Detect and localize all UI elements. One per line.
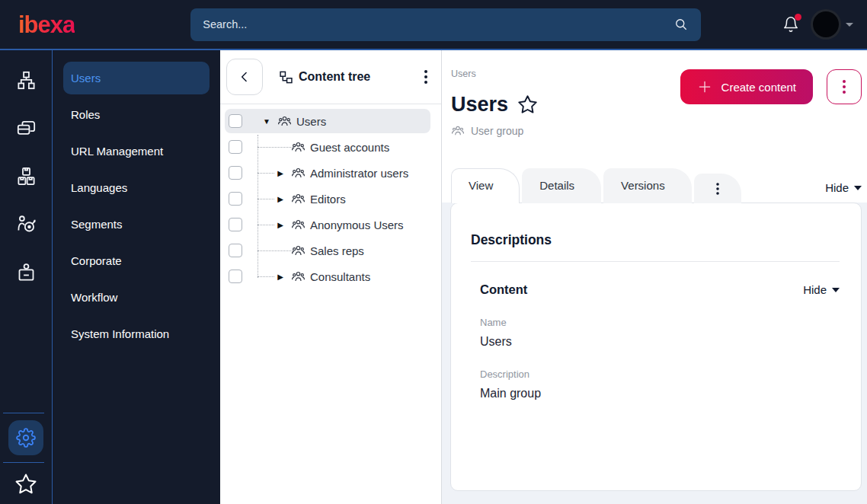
corporate-account-icon[interactable] bbox=[8, 254, 43, 289]
plus-icon bbox=[697, 79, 712, 94]
main-header: Users Users User group bbox=[442, 50, 867, 138]
hide-section-button[interactable]: Hide bbox=[803, 283, 840, 296]
field-list: Name Users Description Main group bbox=[471, 317, 840, 400]
tree-icon bbox=[280, 71, 293, 84]
tree-guide-line bbox=[258, 276, 274, 277]
bookmarks-star-icon[interactable] bbox=[11, 469, 41, 499]
user-menu-caret-icon[interactable] bbox=[846, 23, 853, 27]
main-content: Users Users User group bbox=[442, 50, 867, 504]
user-group-icon bbox=[291, 140, 306, 155]
view-tab-panel: Descriptions Content Hide Name Users Des… bbox=[442, 203, 867, 504]
caret-right-icon[interactable] bbox=[274, 169, 286, 177]
tree-checkbox[interactable] bbox=[229, 244, 242, 257]
content-type-row: User group bbox=[451, 124, 867, 138]
field-label-description: Description bbox=[480, 368, 840, 380]
user-group-icon bbox=[451, 124, 465, 138]
tab-details[interactable]: Details bbox=[522, 168, 601, 203]
sidebar-item-segments[interactable]: Segments bbox=[63, 208, 210, 241]
tab-more-kebab-icon[interactable] bbox=[694, 174, 741, 203]
sidebar-item-system-information[interactable]: System Information bbox=[63, 317, 210, 350]
sidebar-item-workflow[interactable]: Workflow bbox=[63, 281, 210, 314]
sidebar-item-corporate[interactable]: Corporate bbox=[63, 244, 210, 277]
hide-panel-button[interactable]: Hide bbox=[825, 181, 862, 194]
tree-checkbox[interactable] bbox=[229, 218, 242, 231]
tree-guide-line bbox=[258, 225, 274, 225]
tab-bar: View Details Versions Hide bbox=[442, 168, 867, 203]
content-list-icon[interactable] bbox=[8, 110, 43, 145]
field-value-description: Main group bbox=[480, 387, 840, 400]
sidebar-item-users[interactable]: Users bbox=[63, 62, 210, 94]
tree-checkbox[interactable] bbox=[229, 140, 242, 154]
tree-guide-line bbox=[258, 199, 274, 199]
tree-checkbox[interactable] bbox=[229, 114, 242, 128]
tree-item-guest-accounts[interactable]: Guest accounts bbox=[225, 135, 430, 159]
tree-item-editors[interactable]: Editors bbox=[225, 187, 430, 211]
left-icon-rail bbox=[0, 50, 53, 504]
notifications-bell-icon[interactable] bbox=[782, 16, 799, 33]
caret-down-icon bbox=[832, 288, 840, 292]
topbar: ibexa bbox=[0, 0, 867, 50]
content-structure-icon[interactable] bbox=[8, 62, 43, 97]
caret-right-icon[interactable] bbox=[274, 221, 286, 229]
tree-guide-line bbox=[258, 173, 274, 174]
tree-item-users[interactable]: Users bbox=[225, 109, 430, 133]
admin-sidebar: Users Roles URL Management Languages Seg… bbox=[53, 50, 220, 504]
caret-down-icon[interactable] bbox=[261, 117, 273, 126]
user-group-icon bbox=[291, 218, 306, 232]
more-actions-kebab-button[interactable] bbox=[827, 69, 862, 104]
tree-item-consultants[interactable]: Consultants bbox=[225, 264, 430, 289]
caret-down-icon bbox=[854, 186, 862, 190]
page-title: Users bbox=[451, 93, 508, 116]
tree-item-administrator-users[interactable]: Administrator users bbox=[225, 161, 430, 185]
sidebar-item-url-management[interactable]: URL Management bbox=[63, 135, 210, 167]
tree-item-anonymous-users[interactable]: Anonymous Users bbox=[225, 212, 430, 237]
user-group-icon bbox=[277, 114, 292, 129]
rail-bottom-group bbox=[0, 413, 52, 504]
user-group-icon bbox=[291, 166, 306, 180]
topbar-right bbox=[782, 11, 853, 37]
tree-options-kebab-icon[interactable] bbox=[421, 67, 430, 87]
user-group-icon bbox=[291, 192, 306, 206]
user-group-icon bbox=[291, 270, 306, 284]
content-tree-title: Content tree bbox=[280, 70, 370, 84]
tree-checkbox[interactable] bbox=[229, 270, 242, 283]
rail-divider bbox=[3, 413, 44, 413]
card-heading: Descriptions bbox=[471, 232, 840, 248]
tree-checkbox[interactable] bbox=[229, 192, 242, 206]
tree-checkbox[interactable] bbox=[229, 166, 242, 180]
content-section-header: Content Hide bbox=[471, 282, 840, 297]
notification-dot bbox=[795, 14, 801, 21]
search-input[interactable] bbox=[203, 18, 673, 30]
collapse-tree-button[interactable] bbox=[226, 59, 263, 95]
tree-item-sales-reps[interactable]: Sales reps bbox=[225, 238, 430, 263]
field-value-name: Users bbox=[480, 335, 840, 349]
divider bbox=[471, 261, 840, 262]
caret-right-icon[interactable] bbox=[274, 195, 286, 203]
ibexa-logo[interactable]: ibexa bbox=[18, 13, 75, 37]
sidebar-item-roles[interactable]: Roles bbox=[63, 98, 210, 131]
favorite-star-icon[interactable] bbox=[517, 94, 538, 115]
rail-divider bbox=[3, 462, 44, 463]
content-tree-panel: Content tree bbox=[220, 50, 442, 504]
ibexa-admin-window: ibexa bbox=[0, 0, 867, 504]
content-tree-header: Content tree bbox=[220, 50, 441, 104]
section-title: Content bbox=[480, 282, 527, 297]
search-icon[interactable] bbox=[673, 17, 689, 32]
sidebar-item-languages[interactable]: Languages bbox=[63, 171, 210, 204]
product-catalog-icon[interactable] bbox=[8, 158, 43, 193]
tab-view[interactable]: View bbox=[451, 168, 520, 203]
caret-right-icon[interactable] bbox=[274, 273, 286, 281]
user-avatar[interactable] bbox=[813, 11, 839, 37]
admin-settings-gear-icon[interactable] bbox=[8, 420, 43, 455]
global-search[interactable] bbox=[190, 8, 701, 41]
tab-versions[interactable]: Versions bbox=[603, 168, 692, 203]
field-label-name: Name bbox=[480, 317, 840, 328]
descriptions-card: Descriptions Content Hide Name Users Des… bbox=[450, 203, 862, 491]
content-tree-list: Users bbox=[220, 104, 441, 290]
user-group-icon bbox=[291, 244, 306, 258]
personalization-icon[interactable] bbox=[8, 206, 43, 241]
create-content-button[interactable]: Create content bbox=[680, 69, 813, 104]
content-type-label: User group bbox=[471, 125, 523, 137]
